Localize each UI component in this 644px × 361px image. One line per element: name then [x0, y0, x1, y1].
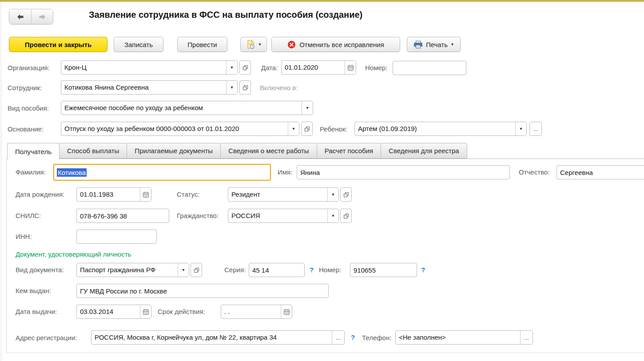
org-dropdown-button[interactable]: ▾ [226, 61, 237, 74]
forward-arrow-icon [39, 14, 46, 20]
number-input[interactable] [393, 61, 466, 75]
valid-until-label: Срок действия: [158, 304, 205, 319]
chevron-down-icon: ▾ [231, 65, 233, 70]
doc-number-help-icon[interactable]: ? [421, 263, 425, 277]
fss-application-window: Заявление сотрудника в ФСС на выплату по… [0, 0, 644, 361]
citizenship-dropdown-button[interactable]: ▾ [327, 209, 338, 222]
cancel-all-corrections-button[interactable]: Отменить все исправления [271, 37, 400, 52]
middlename-label: Отчество: [519, 165, 549, 180]
write-label: Записать [124, 41, 153, 48]
valid-until-value[interactable]: . . [221, 305, 281, 318]
chevron-down-icon: ▾ [292, 127, 294, 131]
open-link-icon [242, 85, 248, 91]
firstname-label: Имя: [278, 165, 292, 180]
address-value[interactable]: РОССИЯ, Москва г, Корнейчука ул, дом № 2… [91, 331, 332, 344]
status-value[interactable]: Резидент [228, 188, 327, 201]
benefit-type-label: Вид пособия: [8, 101, 49, 116]
lastname-selected-text: Котикова [57, 168, 87, 177]
series-help-icon[interactable]: ? [310, 263, 314, 277]
post-and-close-label: Провести и закрыть [25, 41, 91, 48]
basis-dropdown-button[interactable]: ▾ [288, 122, 299, 135]
issue-date-value[interactable]: 03.03.2014 [77, 305, 140, 318]
birthdate-field: 01.01.1983 [76, 187, 151, 202]
calendar-icon [283, 309, 290, 315]
tab-registry-info[interactable]: Сведения для реестра [381, 143, 467, 159]
lastname-input[interactable]: Котикова [53, 164, 271, 181]
citizenship-label: Гражданство: [177, 208, 219, 223]
org-value[interactable]: Крон-Ц [61, 61, 226, 74]
middlename-input[interactable] [557, 165, 644, 179]
child-ellipsis-button[interactable]: ... [529, 122, 542, 136]
employee-value[interactable]: Котикова Янина Сергеевна [61, 81, 226, 94]
citizenship-field: РОССИЯ ▾ [228, 209, 339, 223]
child-dropdown-button[interactable]: ▾ [515, 122, 526, 135]
status-dropdown-button[interactable]: ▾ [327, 188, 338, 201]
date-label: Дата: [261, 60, 278, 75]
valid-until-calendar-button[interactable] [281, 305, 292, 318]
employee-open-button[interactable] [239, 80, 251, 95]
chevron-down-icon: ▾ [332, 214, 334, 218]
address-help-icon[interactable]: ? [351, 330, 355, 345]
print-button[interactable]: Печать ▾ [407, 37, 461, 52]
address-ellipsis-button[interactable]: ... [332, 331, 344, 344]
inn-input[interactable] [76, 230, 157, 244]
status-open-button[interactable] [340, 187, 352, 202]
birthdate-calendar-button[interactable] [140, 188, 151, 201]
cancel-icon [287, 40, 296, 49]
tab-payment-method[interactable]: Способ выплаты [60, 143, 127, 159]
doc-type-label: Вид документа: [16, 262, 64, 278]
child-field: Артем (01.09.2019) ▾ [354, 122, 527, 136]
issue-date-field: 03.03.2014 [76, 305, 151, 319]
tab-recipient[interactable]: Получатель [7, 143, 60, 159]
back-button[interactable] [9, 9, 31, 24]
date-calendar-button[interactable] [345, 61, 356, 74]
tab-attached-documents[interactable]: Прилагаемые документы [127, 143, 221, 159]
valid-until-field: . . [221, 305, 292, 319]
child-value[interactable]: Артем (01.09.2019) [355, 122, 515, 135]
issue-date-calendar-button[interactable] [140, 305, 151, 318]
series-input[interactable] [249, 263, 305, 277]
window-accent-bar [0, 0, 644, 2]
phone-ellipsis-button[interactable]: ... [520, 331, 533, 344]
print-label: Печать [426, 41, 448, 48]
issue-date-label: Дата выдачи: [16, 304, 57, 319]
citizenship-open-button[interactable] [340, 209, 352, 223]
tab-workplace-info[interactable]: Сведения о месте работы [221, 143, 317, 159]
employee-label: Сотрудник: [8, 80, 42, 95]
employee-dropdown-button[interactable]: ▾ [226, 81, 237, 94]
citizenship-value[interactable]: РОССИЯ [228, 209, 327, 222]
basis-open-button[interactable] [301, 122, 313, 136]
tab-benefit-calculation[interactable]: Расчет пособия [317, 143, 381, 159]
forward-button[interactable] [31, 9, 53, 24]
child-label: Ребенок: [320, 122, 347, 137]
basis-value[interactable]: Отпуск по уходу за ребенком 0000-000003 … [61, 122, 288, 135]
phone-value[interactable]: <Не заполнен> [396, 331, 520, 344]
issued-by-input[interactable] [76, 284, 329, 298]
birthdate-value[interactable]: 01.01.1983 [77, 188, 140, 201]
post-and-close-button[interactable]: Провести и закрыть [9, 37, 107, 52]
doc-type-value[interactable]: Паспорт гражданина РФ [77, 263, 178, 277]
snils-label: СНИЛС: [16, 208, 41, 223]
snils-input[interactable] [76, 209, 169, 223]
chevron-down-icon: ▾ [520, 127, 522, 131]
issued-by-label: Кем выдан: [16, 283, 51, 298]
doc-number-input[interactable] [350, 263, 417, 277]
doc-type-open-button[interactable] [191, 263, 202, 277]
firstname-input[interactable] [297, 165, 510, 179]
included-in-label: Включено в: [260, 80, 298, 95]
org-label: Организация: [8, 60, 50, 75]
doc-type-dropdown-button[interactable]: ▾ [178, 263, 189, 277]
post-button[interactable]: Провести [177, 37, 227, 52]
chevron-down-icon: ▾ [182, 268, 184, 272]
date-value[interactable]: 01.01.2020 [282, 61, 345, 74]
status-label: Статус: [177, 187, 200, 202]
org-open-button[interactable] [239, 60, 251, 75]
calendar-icon [143, 309, 149, 315]
write-button[interactable]: Записать [114, 37, 163, 52]
document-clock-icon [246, 40, 256, 49]
benefit-type-field: Ежемесячное пособие по уходу за ребенком… [61, 101, 313, 115]
benefit-type-value[interactable]: Ежемесячное пособие по уходу за ребенком [61, 101, 302, 115]
benefit-type-dropdown-button[interactable]: ▾ [302, 101, 313, 115]
phone-label: Телефон: [362, 330, 391, 345]
create-based-on-button[interactable]: ▾ [240, 37, 267, 52]
